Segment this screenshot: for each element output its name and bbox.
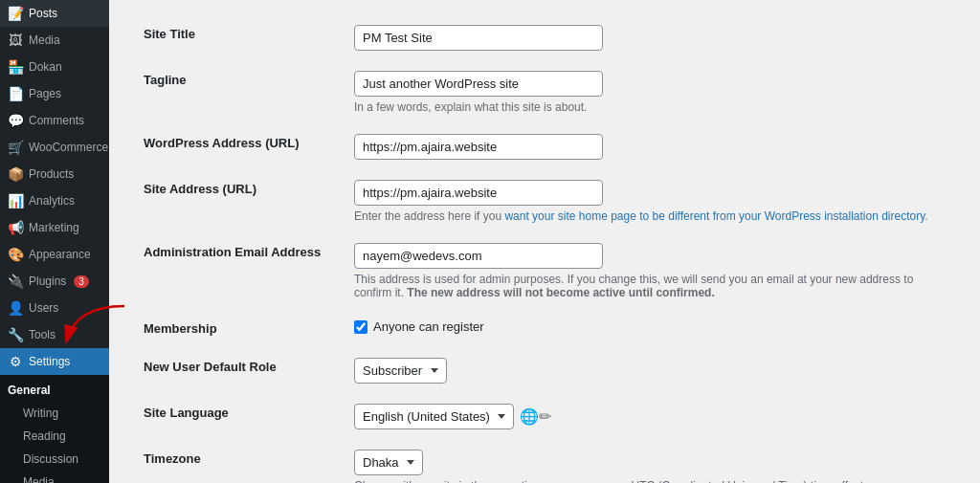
dokan-icon: 🏪 <box>8 59 23 75</box>
sidebar-item-label: Posts <box>29 7 57 20</box>
sidebar-item-appearance[interactable]: 🎨Appearance <box>0 241 109 268</box>
site-address-link[interactable]: want your site home page to be different… <box>504 209 924 223</box>
sidebar-item-woocommerce[interactable]: 🛒WooCommerce <box>0 134 109 161</box>
submenu-item-media[interactable]: Media <box>0 471 109 483</box>
new-user-role-select[interactable]: Subscriber <box>354 358 447 384</box>
sidebar-item-media[interactable]: 🖼Media <box>0 27 109 54</box>
wp-address-label: WordPress Address (URL) <box>128 124 339 170</box>
sidebar-item-tools[interactable]: 🔧Tools <box>0 321 109 348</box>
sidebar-item-dokan[interactable]: 🏪Dokan <box>0 54 109 80</box>
analytics-icon: 📊 <box>8 193 23 209</box>
membership-checkbox-label: Anyone can register <box>373 319 484 334</box>
wp-address-input[interactable] <box>354 134 603 160</box>
submenu-item-reading[interactable]: Reading <box>0 425 109 448</box>
site-address-label: Site Address (URL) <box>128 170 339 233</box>
membership-checkbox[interactable] <box>354 320 368 334</box>
media-icon: 🖼 <box>8 33 23 48</box>
sidebar-item-products[interactable]: 📦Products <box>0 161 109 187</box>
settings-form: Site Title Tagline In a few words, expla… <box>128 15 961 483</box>
tagline-input[interactable] <box>354 71 603 97</box>
appearance-icon: 🎨 <box>8 247 23 262</box>
sidebar-item-label: Plugins <box>29 274 66 288</box>
site-title-input[interactable] <box>354 25 603 51</box>
sidebar-item-label: Settings <box>29 355 70 368</box>
sidebar-item-plugins[interactable]: 🔌Plugins3 <box>0 268 109 295</box>
translate-icon: 🌐✏ <box>520 407 551 426</box>
sidebar-item-label: Pages <box>29 87 61 100</box>
site-address-input[interactable] <box>354 180 603 206</box>
site-language-select[interactable]: English (United States) <box>354 404 514 429</box>
timezone-description: Choose either a city in the same timezon… <box>354 479 946 483</box>
tagline-label: Tagline <box>128 61 339 124</box>
settings-submenu: GeneralWritingReadingDiscussionMediaPerm… <box>0 375 109 483</box>
site-address-description: Enter the address here if you want your … <box>354 209 946 223</box>
site-title-label: Site Title <box>128 15 339 61</box>
sidebar-item-label: WooCommerce <box>29 141 108 154</box>
woocommerce-icon: 🛒 <box>8 140 23 155</box>
posts-icon: 📝 <box>8 6 23 21</box>
admin-email-label: Administration Email Address <box>128 233 339 310</box>
new-user-role-label: New User Default Role <box>128 348 339 394</box>
membership-label: Membership <box>128 310 339 348</box>
plugin-badge: 3 <box>74 275 89 288</box>
sidebar-item-label: Products <box>29 167 74 181</box>
submenu-item-writing[interactable]: Writing <box>0 402 109 425</box>
sidebar-item-pages[interactable]: 📄Pages <box>0 80 109 107</box>
sidebar-item-settings[interactable]: ⚙Settings <box>0 348 109 375</box>
admin-email-input[interactable] <box>354 243 603 269</box>
comments-icon: 💬 <box>8 113 23 128</box>
users-icon: 👤 <box>8 300 23 316</box>
timezone-label: Timezone <box>128 440 339 484</box>
sidebar-item-analytics[interactable]: 📊Analytics <box>0 187 109 214</box>
sidebar-item-label: Media <box>29 33 60 47</box>
sidebar-item-label: Comments <box>29 114 84 127</box>
products-icon: 📦 <box>8 166 23 182</box>
sidebar-item-comments[interactable]: 💬Comments <box>0 107 109 134</box>
sidebar-item-posts[interactable]: 📝Posts <box>0 0 109 27</box>
plugins-icon: 🔌 <box>8 274 23 289</box>
tools-icon: 🔧 <box>8 327 23 342</box>
sidebar-item-label: Appearance <box>29 248 91 261</box>
tagline-description: In a few words, explain what this site i… <box>354 100 946 114</box>
site-language-label: Site Language <box>128 394 339 440</box>
sidebar-item-label: Dokan <box>29 60 62 74</box>
settings-icon: ⚙ <box>8 354 23 369</box>
sidebar-item-label: Users <box>29 301 58 315</box>
admin-email-description: This address is used for admin purposes.… <box>354 273 946 299</box>
sidebar-item-label: Tools <box>29 328 56 341</box>
pages-icon: 📄 <box>8 86 23 101</box>
sidebar-item-users[interactable]: 👤Users <box>0 295 109 321</box>
timezone-select[interactable]: Dhaka <box>354 450 423 475</box>
sidebar-item-marketing[interactable]: 📢Marketing <box>0 214 109 241</box>
submenu-title: General <box>0 379 109 402</box>
marketing-icon: 📢 <box>8 220 23 235</box>
sidebar-item-label: Marketing <box>29 221 79 234</box>
submenu-item-discussion[interactable]: Discussion <box>0 448 109 471</box>
sidebar-item-label: Analytics <box>29 194 75 208</box>
